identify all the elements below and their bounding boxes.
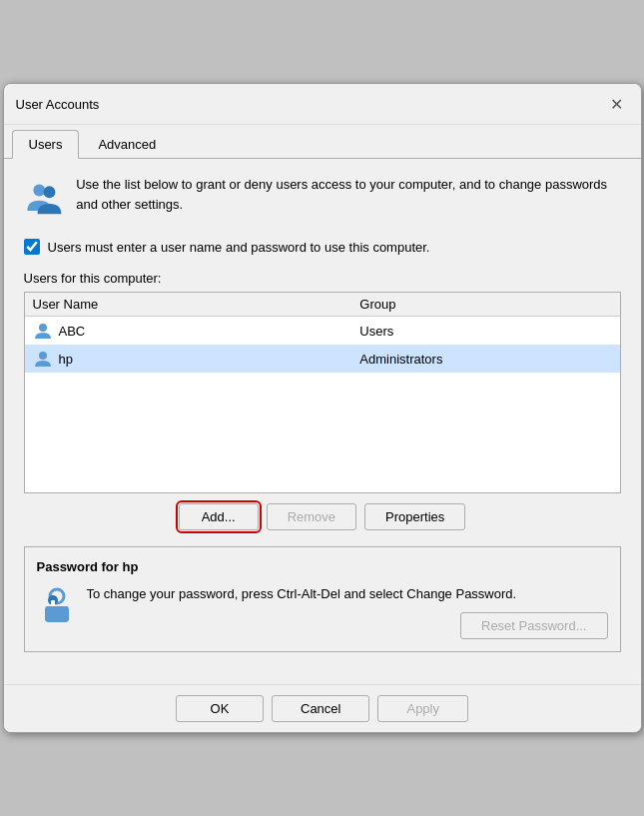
title-bar: User Accounts ✕ — [4, 84, 641, 125]
password-inner: To change your password, press Ctrl-Alt-… — [37, 584, 608, 639]
users-icon — [24, 175, 65, 223]
add-button[interactable]: Add... — [179, 503, 259, 530]
bottom-buttons: OK Cancel Apply — [4, 684, 641, 732]
user-cell: ABC — [33, 321, 344, 341]
description-section: Use the list below to grant or deny user… — [24, 175, 621, 223]
description-text: Use the list below to grant or deny user… — [76, 175, 620, 214]
password-section: Password for hp To change your password,… — [24, 546, 621, 652]
user-name-cell: ABC — [25, 317, 352, 346]
table-row[interactable]: ABC Users — [25, 317, 620, 346]
svg-point-2 — [39, 324, 47, 332]
reset-password-button[interactable]: Reset Password... — [460, 612, 608, 639]
checkbox-row: Users must enter a user name and passwor… — [24, 239, 621, 255]
properties-button[interactable]: Properties — [364, 503, 465, 530]
checkbox-label[interactable]: Users must enter a user name and passwor… — [48, 240, 430, 255]
users-section-label: Users for this computer: — [24, 271, 621, 286]
col-group: Group — [351, 293, 619, 317]
table-row[interactable]: hp Administrators — [25, 345, 620, 373]
table-button-row: Add... Remove Properties — [24, 503, 621, 530]
lock-icon — [37, 584, 77, 624]
user-name-cell: hp — [25, 345, 352, 373]
tabs-container: Users Advanced — [4, 125, 641, 159]
user-hp-icon — [33, 349, 53, 369]
user-group-cell: Users — [351, 317, 619, 346]
ok-button[interactable]: OK — [176, 695, 264, 722]
password-text: To change your password, press Ctrl-Alt-… — [87, 584, 608, 604]
user-cell: hp — [33, 349, 344, 369]
password-section-title: Password for hp — [37, 559, 608, 574]
password-btn-row: Reset Password... — [87, 612, 608, 639]
close-button[interactable]: ✕ — [605, 92, 629, 116]
tab-users[interactable]: Users — [12, 130, 80, 159]
user-accounts-window: User Accounts ✕ Users Advanced Use the l… — [3, 83, 642, 733]
tab-content: Use the list below to grant or deny user… — [4, 159, 641, 684]
user-group-cell: Administrators — [351, 345, 619, 373]
svg-rect-6 — [51, 600, 55, 606]
user-abc-icon — [33, 321, 53, 341]
cancel-button[interactable]: Cancel — [272, 695, 369, 722]
apply-button[interactable]: Apply — [377, 695, 468, 722]
users-table: User Name Group ABC — [25, 293, 620, 492]
svg-point-3 — [39, 352, 47, 360]
svg-point-1 — [43, 187, 55, 199]
col-username: User Name — [25, 293, 352, 317]
tab-advanced[interactable]: Advanced — [81, 130, 173, 159]
window-title: User Accounts — [16, 97, 100, 112]
table-spacer-row — [25, 373, 620, 492]
users-table-container: User Name Group ABC — [24, 292, 621, 493]
svg-point-0 — [33, 185, 45, 197]
must-login-checkbox[interactable] — [24, 239, 40, 255]
remove-button[interactable]: Remove — [267, 503, 356, 530]
